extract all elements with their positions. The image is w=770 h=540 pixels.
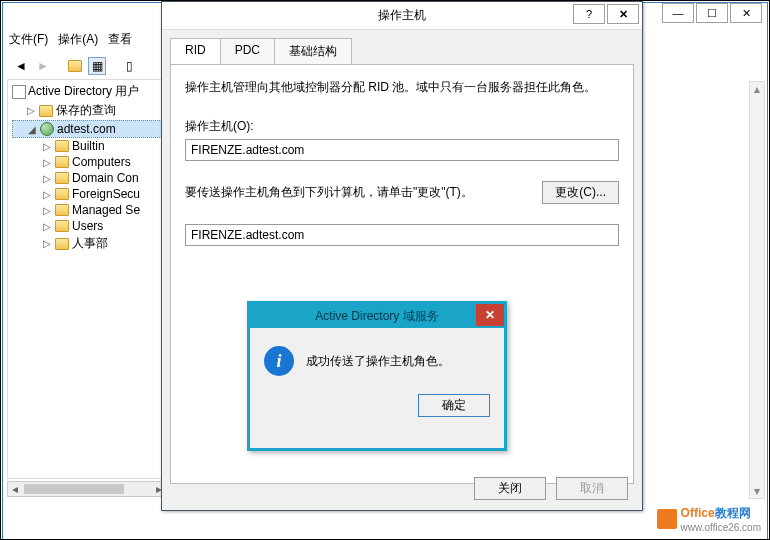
change-button[interactable]: 更改(C)... bbox=[542, 181, 619, 204]
dialog-titlebar: 操作主机 ? ✕ bbox=[162, 2, 642, 30]
bg-maximize-button[interactable]: ☐ bbox=[696, 3, 728, 23]
watermark-text-1: Office bbox=[681, 506, 715, 520]
tree-panel: Active Directory 用户 ▷ 保存的查询 ◢ adtest.com… bbox=[7, 79, 167, 479]
scroll-thumb[interactable] bbox=[24, 484, 124, 494]
tree-item-saved-queries[interactable]: ▷ 保存的查询 bbox=[12, 101, 162, 120]
msgbox-body: i 成功传送了操作主机角色。 bbox=[250, 328, 504, 394]
menubar: 文件(F) 操作(A) 查看 bbox=[9, 31, 132, 48]
tree-item-hr[interactable]: ▷ 人事部 bbox=[12, 234, 162, 253]
folder-icon bbox=[55, 172, 69, 184]
host-input[interactable] bbox=[185, 139, 619, 161]
host-label: 操作主机(O): bbox=[185, 118, 619, 135]
cancel-button: 取消 bbox=[556, 477, 628, 500]
tree-hscrollbar[interactable]: ◂ ▸ bbox=[7, 481, 167, 497]
tree-root-label: Active Directory 用户 bbox=[28, 83, 139, 100]
tree-item-users[interactable]: ▷ Users bbox=[12, 218, 162, 234]
folder-icon bbox=[39, 105, 53, 117]
tab-infrastructure[interactable]: 基础结构 bbox=[274, 38, 352, 64]
folder-icon bbox=[55, 220, 69, 232]
scroll-up-icon[interactable]: ▴ bbox=[750, 82, 764, 96]
expand-icon[interactable]: ▷ bbox=[42, 205, 52, 216]
scroll-down-icon[interactable]: ▾ bbox=[750, 484, 764, 498]
folder-icon bbox=[55, 204, 69, 216]
target-input[interactable] bbox=[185, 224, 619, 246]
message-box: Active Directory 域服务 ✕ i 成功传送了操作主机角色。 确定 bbox=[247, 301, 507, 451]
tree-label: Builtin bbox=[72, 139, 105, 153]
bg-window-controls: — ☐ ✕ bbox=[662, 3, 762, 23]
tree-label: Domain Con bbox=[72, 171, 139, 185]
expand-icon[interactable]: ▷ bbox=[42, 189, 52, 200]
tree-item-builtin[interactable]: ▷ Builtin bbox=[12, 138, 162, 154]
menu-view[interactable]: 查看 bbox=[108, 31, 132, 48]
tree-label: ForeignSecu bbox=[72, 187, 140, 201]
watermark-url: www.office26.com bbox=[681, 522, 761, 533]
forward-icon[interactable]: ► bbox=[34, 57, 52, 75]
close-button[interactable]: 关闭 bbox=[474, 477, 546, 500]
tree-item-computers[interactable]: ▷ Computers bbox=[12, 154, 162, 170]
watermark: Office教程网 www.office26.com bbox=[657, 505, 761, 533]
tree-root[interactable]: Active Directory 用户 bbox=[12, 82, 162, 101]
msgbox-titlebar: Active Directory 域服务 ✕ bbox=[250, 304, 504, 328]
content-vscrollbar[interactable]: ▴ ▾ bbox=[749, 81, 765, 499]
tree-item-foreign-security[interactable]: ▷ ForeignSecu bbox=[12, 186, 162, 202]
tree-label: 保存的查询 bbox=[56, 102, 116, 119]
directory-icon bbox=[12, 85, 26, 99]
tree-label: 人事部 bbox=[72, 235, 108, 252]
folder-icon bbox=[55, 140, 69, 152]
expand-icon[interactable]: ▷ bbox=[26, 105, 36, 116]
folder-icon bbox=[55, 156, 69, 168]
dialog-help-button[interactable]: ? bbox=[573, 4, 605, 24]
tree-label: adtest.com bbox=[57, 122, 116, 136]
tree-label: Users bbox=[72, 219, 103, 233]
bg-minimize-button[interactable]: — bbox=[662, 3, 694, 23]
up-icon[interactable] bbox=[66, 57, 84, 75]
ok-button[interactable]: 确定 bbox=[418, 394, 490, 417]
expand-icon[interactable]: ▷ bbox=[42, 173, 52, 184]
dialog-title: 操作主机 bbox=[378, 7, 426, 24]
expand-icon[interactable]: ▷ bbox=[42, 221, 52, 232]
tree-item-domain-controllers[interactable]: ▷ Domain Con bbox=[12, 170, 162, 186]
bg-close-button[interactable]: ✕ bbox=[730, 3, 762, 23]
info-icon: i bbox=[264, 346, 294, 376]
toolbar: ◄ ► ▦ ▯ bbox=[8, 53, 142, 79]
role-description: 操作主机管理向其他域控制器分配 RID 池。域中只有一台服务器担任此角色。 bbox=[185, 79, 619, 96]
transfer-description: 要传送操作主机角色到下列计算机，请单击"更改"(T)。 bbox=[185, 184, 473, 201]
watermark-logo-icon bbox=[657, 509, 677, 529]
expand-icon[interactable]: ▷ bbox=[42, 238, 52, 249]
tab-strip: RID PDC 基础结构 bbox=[170, 38, 634, 64]
folder-icon bbox=[55, 238, 69, 250]
tree-label: Computers bbox=[72, 155, 131, 169]
msgbox-title: Active Directory 域服务 bbox=[315, 308, 438, 325]
menu-action[interactable]: 操作(A) bbox=[58, 31, 98, 48]
msgbox-text: 成功传送了操作主机角色。 bbox=[306, 353, 450, 370]
watermark-text-2: 教程网 bbox=[715, 506, 751, 520]
msgbox-close-button[interactable]: ✕ bbox=[476, 304, 504, 326]
domain-icon bbox=[40, 122, 54, 136]
folder-icon bbox=[55, 188, 69, 200]
dialog-close-button[interactable]: ✕ bbox=[607, 4, 639, 24]
tab-rid[interactable]: RID bbox=[170, 38, 221, 64]
expand-icon[interactable]: ▷ bbox=[42, 157, 52, 168]
tab-pdc[interactable]: PDC bbox=[220, 38, 275, 64]
delete-icon[interactable]: ▯ bbox=[120, 57, 138, 75]
dialog-footer: 关闭 取消 bbox=[474, 477, 628, 500]
tree-item-domain[interactable]: ◢ adtest.com bbox=[12, 120, 162, 138]
expand-icon[interactable]: ◢ bbox=[27, 124, 37, 135]
scroll-left-icon[interactable]: ◂ bbox=[8, 482, 22, 496]
properties-icon[interactable]: ▦ bbox=[88, 57, 106, 75]
menu-file[interactable]: 文件(F) bbox=[9, 31, 48, 48]
tree-item-managed-service[interactable]: ▷ Managed Se bbox=[12, 202, 162, 218]
tree-label: Managed Se bbox=[72, 203, 140, 217]
expand-icon[interactable]: ▷ bbox=[42, 141, 52, 152]
back-icon[interactable]: ◄ bbox=[12, 57, 30, 75]
